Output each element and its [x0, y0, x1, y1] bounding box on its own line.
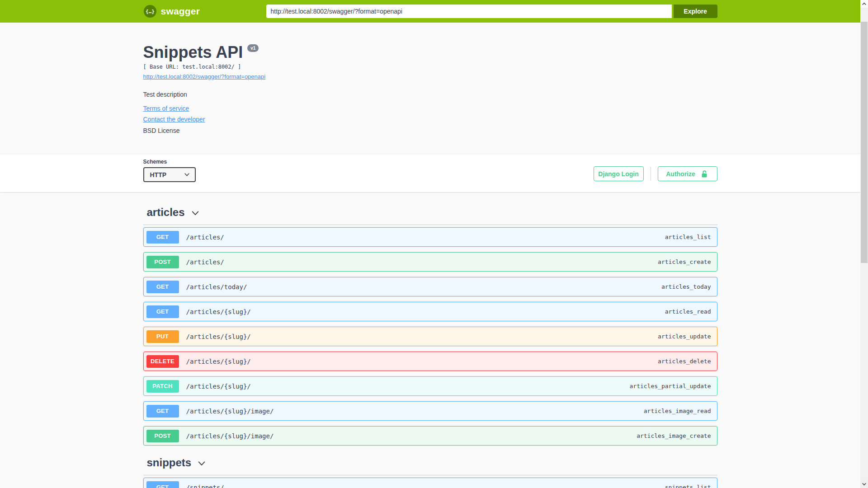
method-badge: GET [146, 231, 179, 244]
authorize-label: Authorize [666, 170, 695, 178]
operation-path: /articles/{slug}/ [186, 358, 251, 365]
api-tag-section: snippets GET /snippets/ snippets_list [143, 456, 717, 488]
terms-of-service-link[interactable]: Terms of service [143, 105, 189, 112]
chevron-down-icon [198, 460, 206, 468]
operation-path: /articles/today/ [186, 283, 247, 291]
scrollbar-up-icon[interactable] [860, 0, 868, 8]
brand-name: swagger [161, 6, 200, 17]
operation-row[interactable]: POST /articles/ articles_create [143, 252, 717, 272]
operation-path: /articles/{slug}/image/ [186, 408, 274, 415]
authorize-button[interactable]: Authorize [658, 166, 717, 181]
method-badge: PATCH [146, 380, 179, 393]
method-badge: POST [146, 430, 179, 442]
svg-text:{…}: {…} [146, 9, 155, 14]
operation-path: /articles/{slug}/ [186, 333, 251, 340]
operation-path: /articles/{slug}/image/ [186, 432, 274, 440]
auth-divider [651, 167, 651, 181]
license-label: BSD License [143, 127, 717, 134]
operations-list: GET /articles/ articles_list POST /artic… [143, 225, 717, 446]
brand-link[interactable]: {…} swagger [143, 5, 200, 18]
contact-developer-link[interactable]: Contact the developer [143, 116, 205, 123]
operation-row[interactable]: GET /snippets/ snippets_list [143, 478, 717, 488]
operation-row[interactable]: PUT /articles/{slug}/ articles_update [143, 327, 717, 346]
scrollbar-down-icon[interactable] [860, 480, 868, 488]
auth-area: Django Login Authorize [594, 166, 717, 181]
info-section: Snippets API v1 [ Base URL: test.local:8… [0, 23, 860, 154]
api-tag-section: articles GET /articles/ articles_list PO… [143, 206, 717, 446]
spec-link[interactable]: http://test.local:8002/swagger/?format=o… [143, 73, 266, 80]
schemes-select[interactable]: HTTP [143, 167, 196, 182]
spec-url-input[interactable] [266, 5, 672, 18]
operation-row[interactable]: GET /articles/{slug}/image/ articles_ima… [143, 401, 717, 421]
django-login-label: Django Login [598, 170, 638, 178]
tag-header[interactable]: snippets [143, 456, 717, 475]
base-url: [ Base URL: test.local:8002/ ] [143, 64, 717, 70]
operation-row[interactable]: GET /articles/{slug}/ articles_read [143, 302, 717, 321]
operation-id: articles_update [658, 333, 711, 340]
operation-row[interactable]: POST /articles/{slug}/image/ articles_im… [143, 426, 717, 446]
tag-header[interactable]: articles [143, 206, 717, 225]
method-badge: GET [146, 481, 179, 488]
schemes-selected-value: HTTP [150, 171, 167, 178]
operation-id: articles_image_read [644, 408, 711, 414]
operation-id: articles_image_create [637, 432, 711, 439]
method-badge: DELETE [146, 355, 179, 368]
operation-id: articles_today [661, 283, 711, 290]
tag-title: snippets [147, 456, 192, 469]
schemes-label: Schemes [143, 159, 196, 165]
version-badge: v1 [247, 44, 259, 52]
api-description: Test description [143, 91, 717, 98]
chevron-down-icon [184, 172, 190, 178]
operation-id: articles_partial_update [629, 383, 711, 389]
method-badge: GET [146, 305, 179, 318]
page-scrollbar[interactable] [860, 0, 868, 488]
django-login-button[interactable]: Django Login [594, 166, 644, 181]
operation-id: articles_read [665, 308, 711, 315]
operation-path: /snippets/ [186, 484, 224, 488]
method-badge: POST [146, 256, 179, 268]
operation-id: articles_list [665, 234, 711, 240]
explore-button[interactable]: Explore [674, 5, 717, 18]
method-badge: PUT [146, 330, 179, 343]
operation-path: /articles/{slug}/ [186, 308, 251, 315]
operation-id: articles_create [658, 258, 711, 265]
explore-form: Explore [266, 5, 717, 18]
operation-row[interactable]: GET /articles/ articles_list [143, 227, 717, 247]
scrollbar-thumb[interactable] [861, 22, 868, 263]
scheme-bar: Schemes HTTP Django Login Authorize [0, 154, 860, 192]
method-badge: GET [146, 405, 179, 418]
operation-id: articles_delete [658, 358, 711, 365]
operation-path: /articles/{slug}/ [186, 383, 251, 390]
operation-row[interactable]: DELETE /articles/{slug}/ articles_delete [143, 352, 717, 371]
operation-path: /articles/ [186, 234, 224, 241]
operations-list: GET /snippets/ snippets_list [143, 475, 717, 488]
operation-row[interactable]: GET /articles/today/ articles_today [143, 277, 717, 296]
swagger-logo-icon: {…} [143, 5, 157, 18]
operation-row[interactable]: PATCH /articles/{slug}/ articles_partial… [143, 376, 717, 396]
operation-path: /articles/ [186, 258, 224, 266]
chevron-down-icon [191, 209, 199, 217]
unlock-icon [700, 169, 709, 178]
topbar: {…} swagger Explore [0, 0, 860, 23]
page-title: Snippets API [143, 43, 243, 61]
method-badge: GET [146, 281, 179, 293]
api-sections: articles GET /articles/ articles_list PO… [143, 206, 717, 488]
schemes-block: Schemes HTTP [143, 159, 196, 182]
tag-title: articles [147, 206, 185, 219]
operation-id: snippets_list [665, 484, 711, 488]
